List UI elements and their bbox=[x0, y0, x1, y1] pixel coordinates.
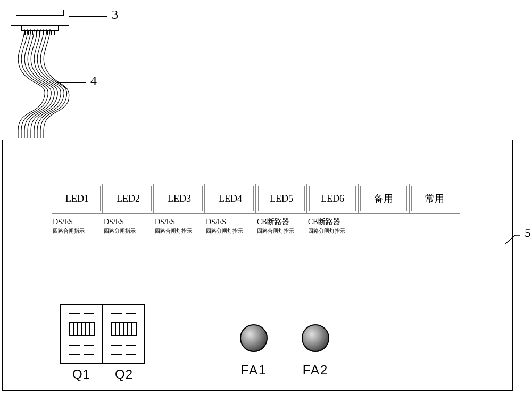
callout-3-label: 3 bbox=[112, 7, 118, 22]
led-labels-row: DS/ES 四路合闸指示 DS/ES 四路分闸指示 DS/ES 四路合闸灯指示 … bbox=[52, 217, 358, 235]
fuse-fa1-label: FA1 bbox=[241, 363, 267, 378]
switch-block: Q1 Q2 bbox=[60, 304, 145, 382]
fuse-block: FA1 FA2 bbox=[240, 324, 329, 378]
ribbon-cable bbox=[15, 29, 73, 138]
fuse-fa2-label: FA2 bbox=[303, 363, 329, 378]
fuse-fa2[interactable]: FA2 bbox=[302, 324, 329, 378]
led-label-6: CB断路器 四路分闸灯指示 bbox=[307, 217, 358, 235]
switch-q1[interactable] bbox=[61, 305, 103, 363]
fuse-fa2-cap bbox=[302, 324, 329, 352]
led-label-2: DS/ES 四路分闸指示 bbox=[103, 217, 154, 235]
fuse-fa1[interactable]: FA1 bbox=[240, 324, 268, 378]
callout-4-line bbox=[57, 82, 86, 83]
led-spare: 备用 bbox=[358, 184, 409, 214]
led-2: LED2 bbox=[103, 184, 154, 214]
svg-line-0 bbox=[505, 235, 515, 244]
led-label-1: DS/ES 四路合闸指示 bbox=[52, 217, 103, 235]
switch-q2-label: Q2 bbox=[103, 367, 145, 382]
led-normal: 常用 bbox=[409, 184, 460, 214]
switch-q1-label: Q1 bbox=[60, 367, 103, 382]
callout-4-label: 4 bbox=[90, 73, 97, 88]
callout-5-label: 5 bbox=[525, 226, 531, 240]
led-label-4: DS/ES 四路分闸灯指示 bbox=[205, 217, 256, 235]
callout-5-line bbox=[505, 229, 527, 250]
switch-q2[interactable] bbox=[103, 305, 144, 363]
led-5: LED5 bbox=[256, 184, 307, 214]
front-panel: LED1 LED2 LED3 LED4 LED5 LED6 备用 常用 DS/E… bbox=[2, 140, 513, 391]
switch-frame bbox=[60, 304, 145, 364]
led-row: LED1 LED2 LED3 LED4 LED5 LED6 备用 常用 bbox=[52, 184, 460, 214]
switch-labels: Q1 Q2 bbox=[60, 367, 145, 382]
led-label-5: CB断路器 四路合闸灯指示 bbox=[256, 217, 307, 235]
led-1: LED1 bbox=[52, 184, 103, 214]
callout-3-line bbox=[69, 16, 107, 17]
led-label-3: DS/ES 四路合闸灯指示 bbox=[154, 217, 205, 235]
led-4: LED4 bbox=[205, 184, 256, 214]
fuse-fa1-cap bbox=[240, 324, 268, 352]
led-6: LED6 bbox=[307, 184, 358, 214]
led-3: LED3 bbox=[154, 184, 205, 214]
